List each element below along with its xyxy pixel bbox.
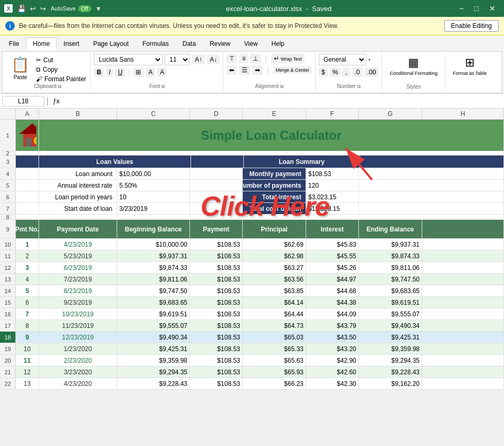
- currency-button[interactable]: $: [319, 67, 328, 77]
- cell-14-interest[interactable]: $44.68: [306, 285, 359, 296]
- bold-button[interactable]: B: [94, 67, 104, 77]
- align-middle-button[interactable]: ≡: [239, 54, 248, 63]
- cell-19-num[interactable]: 10: [16, 343, 39, 354]
- cell-15-payment[interactable]: $108.53: [190, 297, 243, 308]
- borders-button[interactable]: ⊞: [133, 67, 144, 77]
- cell-13-principal[interactable]: $63.56: [243, 274, 306, 285]
- cell-4e[interactable]: [190, 168, 243, 179]
- cell-13-interest[interactable]: $44.97: [306, 274, 359, 285]
- comma-button[interactable]: ,: [343, 67, 349, 77]
- cell-6h[interactable]: [359, 191, 504, 202]
- cell-18-principal[interactable]: $65.03: [243, 332, 306, 343]
- cell-2-rest[interactable]: [39, 151, 504, 155]
- col-header-g[interactable]: G: [359, 109, 422, 119]
- cell-17-extra[interactable]: [422, 320, 504, 331]
- cell-15-extra[interactable]: [422, 297, 504, 308]
- cell-14-ending[interactable]: $9,683.65: [359, 285, 422, 296]
- cell-22-ending[interactable]: $9,162.20: [359, 378, 422, 389]
- col-header-d[interactable]: D: [190, 109, 243, 119]
- cell-13-date[interactable]: 7/23/2019: [39, 274, 117, 285]
- cell-15-num[interactable]: 6: [16, 297, 39, 308]
- cell-16-begin[interactable]: $9,619.51: [117, 308, 190, 319]
- cell-21-interest[interactable]: $42.60: [306, 366, 359, 377]
- cell-5h[interactable]: [359, 180, 504, 191]
- cell-10-principal[interactable]: $62.69: [243, 239, 306, 250]
- cell-22-num[interactable]: 13: [16, 378, 39, 389]
- cell-16-date[interactable]: 10/23/2019: [39, 308, 117, 319]
- col-header-c[interactable]: C: [117, 109, 190, 119]
- cell-13-begin[interactable]: $9,811.06: [117, 274, 190, 285]
- cell-20-payment[interactable]: $108.53: [190, 355, 243, 366]
- cell-17-begin[interactable]: $9,555.07: [117, 320, 190, 331]
- cell-3-rest[interactable]: [360, 156, 504, 168]
- autosave-chevron[interactable]: ▾: [94, 4, 102, 13]
- cell-10-payment[interactable]: $108.53: [190, 239, 243, 250]
- font-name-select[interactable]: Lucida Sans: [94, 54, 163, 65]
- cell-2a[interactable]: [16, 151, 39, 155]
- cell-16-payment[interactable]: $108.53: [190, 308, 243, 319]
- font-increase-button[interactable]: A↑: [192, 55, 205, 64]
- fill-color-button[interactable]: A: [146, 67, 155, 77]
- cell-18-interest[interactable]: $43.50: [306, 332, 359, 343]
- cell-15-begin[interactable]: $9,683.65: [117, 297, 190, 308]
- cell-16-principal[interactable]: $64.44: [243, 308, 306, 319]
- cell-10-interest[interactable]: $45.83: [306, 239, 359, 250]
- formula-input[interactable]: [64, 96, 502, 106]
- cell-13-extra[interactable]: [422, 274, 504, 285]
- underline-button[interactable]: U: [115, 67, 125, 77]
- redo-icon[interactable]: ↪: [39, 4, 47, 14]
- cell-18-ending[interactable]: $9,425.31: [359, 332, 422, 343]
- format-table-button[interactable]: ⊞ Format as Table: [449, 54, 491, 79]
- cell-17-ending[interactable]: $9,490.34: [359, 320, 422, 331]
- cell-15-ending[interactable]: $9,619.51: [359, 297, 422, 308]
- cell-12-ending[interactable]: $9,811.06: [359, 262, 422, 273]
- cell-18-num[interactable]: 9: [16, 332, 39, 343]
- cell-10-extra[interactable]: [422, 239, 504, 250]
- cell-4a[interactable]: [16, 168, 39, 179]
- cell-19-payment[interactable]: $108.53: [190, 343, 243, 354]
- function-button[interactable]: ƒx: [51, 98, 62, 105]
- cell-3d[interactable]: [191, 156, 244, 168]
- decimal-increase-button[interactable]: .0: [352, 67, 363, 77]
- cell-15-principal[interactable]: $64.14: [243, 297, 306, 308]
- cell-21-principal[interactable]: $65.93: [243, 366, 306, 377]
- cell-17-num[interactable]: 8: [16, 320, 39, 331]
- cell-5a[interactable]: [16, 180, 39, 191]
- minimize-button[interactable]: −: [455, 0, 468, 17]
- col-header-e[interactable]: E: [243, 109, 306, 119]
- decimal-decrease-button[interactable]: .00: [365, 67, 379, 77]
- cell-16-ending[interactable]: $9,555.07: [359, 308, 422, 319]
- cell-11-extra[interactable]: [422, 250, 504, 261]
- cell-12-extra[interactable]: [422, 262, 504, 273]
- enable-editing-button[interactable]: Enable Editing: [444, 20, 499, 32]
- cell-13-ending[interactable]: $9,747.50: [359, 274, 422, 285]
- tab-home[interactable]: Home: [26, 37, 56, 51]
- cell-7h[interactable]: [359, 203, 504, 214]
- cell-20-begin[interactable]: $9,359.98: [117, 355, 190, 366]
- cell-5e[interactable]: [190, 180, 243, 191]
- cell-22-extra[interactable]: [422, 378, 504, 389]
- cell-18-date[interactable]: 12/23/2019: [39, 332, 117, 343]
- cell-22-payment[interactable]: $108.53: [190, 378, 243, 389]
- cell-5-loan-value[interactable]: 5.50%: [117, 180, 190, 191]
- wrap-text-button[interactable]: ↵ Wrap Text: [271, 54, 305, 63]
- cell-15-interest[interactable]: $44.38: [306, 297, 359, 308]
- cell-14-date[interactable]: 8/23/2019: [39, 285, 117, 296]
- cell-21-payment[interactable]: $108.53: [190, 366, 243, 377]
- cell-11-date[interactable]: 5/23/2019: [39, 250, 117, 261]
- cell-14-begin[interactable]: $9,747.50: [117, 285, 190, 296]
- tab-page-layout[interactable]: Page Layout: [86, 37, 135, 50]
- cell-15-date[interactable]: 9/23/2019: [39, 297, 117, 308]
- cell-11-begin[interactable]: $9,937.31: [117, 250, 190, 261]
- cell-6e[interactable]: [190, 191, 243, 202]
- cell-20-interest[interactable]: $42.90: [306, 355, 359, 366]
- cell-21-ending[interactable]: $9,228.43: [359, 366, 422, 377]
- cell-18-begin[interactable]: $9,490.34: [117, 332, 190, 343]
- cell-11-interest[interactable]: $45.55: [306, 250, 359, 261]
- cell-13-num[interactable]: 4: [16, 274, 39, 285]
- cell-19-begin[interactable]: $9,425.31: [117, 343, 190, 354]
- cell-14-extra[interactable]: [422, 285, 504, 296]
- cell-21-begin[interactable]: $9,294.35: [117, 366, 190, 377]
- close-button[interactable]: ✕: [485, 0, 500, 17]
- cell-14-num[interactable]: 5: [16, 285, 39, 296]
